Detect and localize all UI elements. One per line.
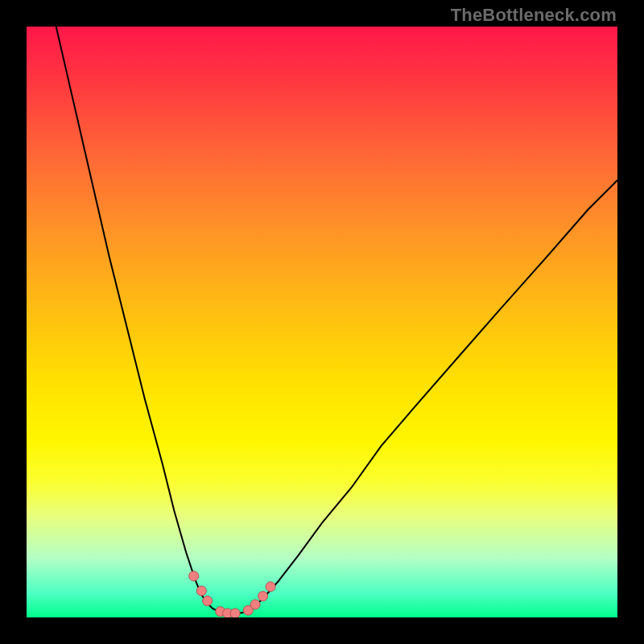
data-marker	[250, 600, 260, 609]
marker-group	[189, 572, 275, 617]
chart-svg	[27, 27, 617, 617]
data-marker	[189, 572, 199, 581]
data-marker	[196, 586, 206, 596]
chart-frame: TheBottleneck.com	[0, 0, 644, 644]
data-marker	[258, 592, 268, 601]
watermark-text: TheBottleneck.com	[451, 5, 617, 26]
data-marker	[266, 582, 275, 592]
series-left-branch	[56, 27, 219, 612]
series-group	[56, 27, 617, 614]
data-marker	[203, 596, 213, 605]
data-marker	[230, 609, 240, 617]
plot-area	[27, 27, 617, 617]
series-right-branch	[246, 180, 617, 612]
